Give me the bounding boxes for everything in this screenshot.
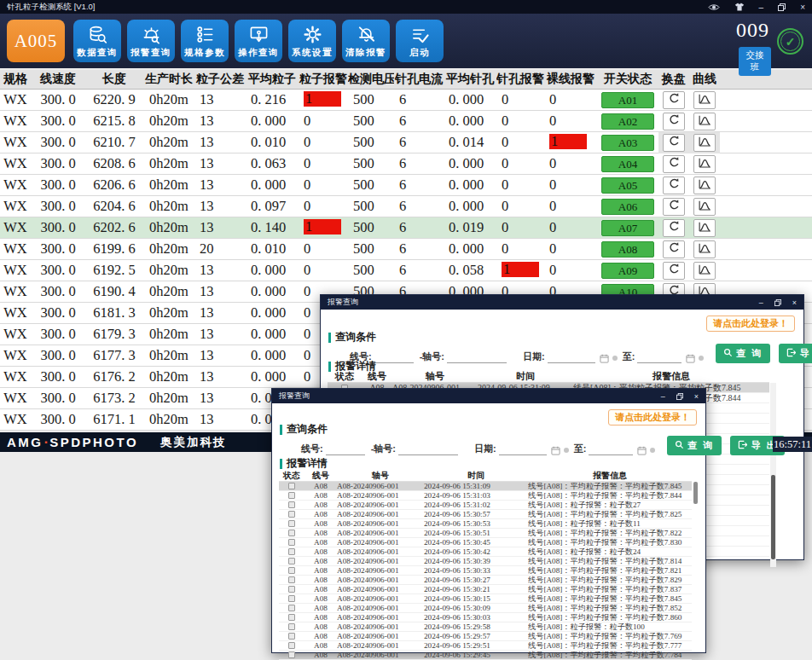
toolbar-button-touch-query[interactable]: 操作查询 — [235, 20, 282, 62]
dialog-scrollbar[interactable] — [770, 383, 776, 567]
eye-icon[interactable] — [708, 3, 720, 11]
login-hint-button[interactable]: 请点击此处登录！ — [706, 316, 795, 332]
curve-chart-button[interactable] — [693, 262, 716, 280]
status-checkbox[interactable] — [288, 501, 295, 508]
change-reel-button[interactable] — [663, 155, 685, 173]
status-checkbox[interactable] — [288, 511, 295, 518]
toolbar-button-bell-off[interactable]: 清除报警 — [342, 20, 390, 62]
status-checkbox[interactable] — [288, 633, 295, 640]
radio-dot-icon[interactable] — [612, 356, 618, 361]
status-checkbox[interactable] — [288, 520, 295, 527]
status-checkbox[interactable] — [288, 558, 295, 564]
change-reel-button[interactable] — [663, 240, 685, 258]
date-to-input[interactable] — [637, 351, 682, 363]
minimize-icon[interactable]: – — [661, 392, 665, 401]
speed-cell: 300. 0 — [31, 345, 85, 367]
date-from-input[interactable] — [499, 443, 547, 455]
switch-state-button[interactable]: A07 — [601, 220, 654, 236]
close-icon[interactable]: × — [694, 392, 699, 401]
export-button[interactable]: 导 出 — [779, 344, 812, 363]
change-reel-button[interactable] — [663, 262, 685, 280]
toolbar-button-database-search[interactable]: 数据查询 — [73, 20, 121, 62]
skin-icon[interactable] — [734, 3, 745, 11]
toolbar-button-alarm-search[interactable]: 报警查询 — [127, 20, 175, 62]
machine-id-button[interactable]: A005 — [7, 20, 65, 62]
restore-icon[interactable] — [778, 3, 786, 11]
switch-state-button[interactable]: A03 — [601, 135, 654, 151]
line-number-input[interactable] — [374, 351, 414, 363]
status-checkbox[interactable] — [288, 539, 295, 546]
calendar-icon[interactable] — [551, 446, 560, 455]
close-icon[interactable]: × — [792, 298, 797, 307]
status-checkbox[interactable] — [288, 614, 295, 621]
minimize-icon[interactable]: – — [759, 3, 764, 12]
toolbar-button-gear[interactable]: 系统设置 — [288, 20, 336, 62]
scrollbar-thumb[interactable] — [771, 475, 775, 559]
speed-cell: 300. 0 — [31, 217, 85, 239]
switch-state-button[interactable]: A06 — [601, 199, 654, 215]
table-row: WX300. 06206. 60h20m130. 000050060. 0000… — [0, 175, 812, 196]
radio-dot-icon[interactable] — [650, 448, 655, 453]
switch-state-button[interactable]: A09 — [601, 263, 654, 279]
calendar-icon[interactable] — [686, 354, 695, 363]
switch-state-button[interactable]: A04 — [601, 156, 654, 172]
status-checkbox[interactable] — [288, 483, 295, 489]
status-checkbox[interactable] — [288, 623, 295, 630]
status-checkbox[interactable] — [288, 605, 295, 611]
curve-chart-button[interactable] — [693, 91, 716, 109]
radio-dot-icon[interactable] — [564, 448, 569, 453]
status-checkbox[interactable] — [288, 651, 295, 658]
search-button[interactable]: 查 询 — [716, 344, 770, 363]
line-number-input[interactable] — [326, 443, 365, 455]
curve-chart-button[interactable] — [693, 177, 716, 194]
shift-button[interactable]: 交接班 — [739, 47, 771, 76]
status-checkbox[interactable] — [288, 595, 295, 602]
change-reel-button[interactable] — [663, 134, 685, 152]
radio-dot-icon[interactable] — [699, 356, 704, 361]
dialog-scrollbar[interactable] — [693, 482, 699, 659]
curve-chart-button[interactable] — [693, 219, 716, 237]
status-checkbox[interactable] — [288, 492, 295, 499]
pinhole_alarm-cell: 1 — [496, 260, 544, 281]
change-reel-button[interactable] — [663, 177, 685, 194]
restore-icon[interactable] — [774, 299, 781, 306]
close-icon[interactable]: × — [800, 3, 805, 12]
curve-chart-button[interactable] — [693, 134, 716, 152]
status-checkbox[interactable] — [288, 548, 295, 555]
calendar-icon[interactable] — [637, 446, 647, 455]
status-checkbox[interactable] — [288, 576, 295, 583]
toolbar-button-list-params[interactable]: 规格参数 — [181, 20, 229, 62]
switch-state-button[interactable]: A01 — [601, 92, 654, 108]
toolbar-button-start-check[interactable]: 启动 — [396, 20, 444, 62]
section-accent-bar — [328, 333, 331, 343]
axis-number-input[interactable] — [398, 443, 458, 455]
curve-chart-button[interactable] — [693, 198, 716, 216]
restore-icon[interactable] — [676, 393, 683, 400]
minimize-icon[interactable]: – — [759, 298, 763, 307]
login-hint-button[interactable]: 请点击此处登录！ — [608, 409, 697, 426]
date-from-input[interactable] — [548, 351, 595, 363]
line-cell: A08 — [304, 566, 337, 575]
date-to-input[interactable] — [589, 443, 633, 455]
query-conditions-section-title: 查询条件 — [280, 422, 328, 437]
curve-chart-button[interactable] — [693, 240, 716, 258]
change-reel-button[interactable] — [663, 198, 685, 216]
change-reel-button[interactable] — [663, 91, 685, 109]
switch-state-button[interactable]: A05 — [601, 177, 654, 194]
status-checkbox[interactable] — [288, 586, 295, 593]
status-checkbox[interactable] — [288, 642, 295, 649]
row-filler — [720, 175, 812, 196]
search-button[interactable]: 查 询 — [667, 436, 722, 455]
curve-chart-button[interactable] — [693, 113, 716, 130]
curve-chart-button[interactable] — [693, 155, 716, 173]
change-reel-button[interactable] — [663, 219, 685, 237]
calendar-icon[interactable] — [600, 354, 609, 363]
status-checkbox[interactable] — [288, 530, 295, 536]
switch-state-button[interactable]: A08 — [601, 241, 654, 258]
switch-state-button[interactable]: A02 — [601, 113, 654, 130]
speed-cell: 300. 0 — [31, 409, 85, 431]
axis-number-input[interactable] — [447, 351, 507, 363]
change-reel-button[interactable] — [663, 113, 685, 130]
scrollbar-thumb[interactable] — [693, 482, 698, 504]
status-checkbox[interactable] — [288, 567, 295, 574]
